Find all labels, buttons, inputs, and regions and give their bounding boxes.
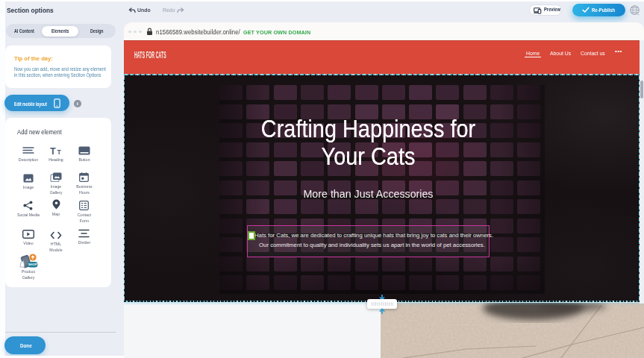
svg-text:T: T — [57, 148, 61, 156]
svg-text:SHOP: SHOP — [28, 263, 37, 266]
svg-text:T: T — [50, 146, 56, 155]
